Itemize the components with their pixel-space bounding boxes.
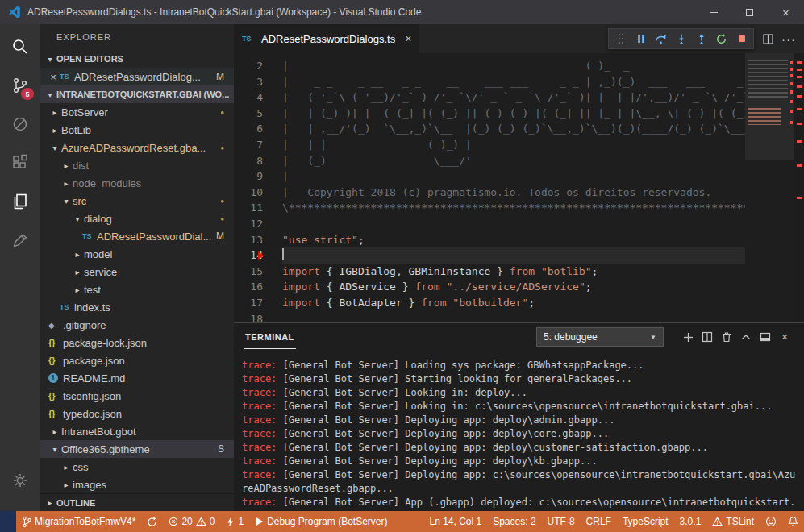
editor-tab-active[interactable]: TS ADResetPasswordDialogs.ts × [234,24,419,53]
line-number[interactable]: 6 [234,121,263,137]
editor-gutter[interactable]: 23456789101112131415161718 [234,53,273,322]
settings-gear-icon[interactable] [0,461,40,500]
tree-item[interactable]: ▸model [40,245,234,263]
tree-item[interactable]: ◆.gitignore [40,316,234,334]
minimize-button[interactable] [695,0,731,24]
line-number[interactable]: 10 [234,185,263,201]
ts-file-icon: TS [60,303,74,311]
split-terminal-icon[interactable] [698,327,717,347]
feedback-smiley-icon[interactable] [760,511,782,532]
flash-status[interactable]: 1 [220,511,249,532]
open-editors-header[interactable]: ▾ OPEN EDITORS [40,50,234,68]
tree-item[interactable]: ▾Office365.gbthemeS [40,440,234,458]
debug-stop-button[interactable] [731,30,752,48]
notifications-bell-icon[interactable] [782,511,804,532]
explorer-files-icon[interactable] [0,182,40,221]
close-panel-icon[interactable]: × [775,327,794,347]
toolbar-drag-handle[interactable] [610,30,631,48]
tree-item[interactable]: ▾dialog● [40,210,234,227]
line-number[interactable]: 16 [234,279,263,295]
tree-item[interactable]: ▸service [40,263,234,281]
terminal-output[interactable]: trace: [General Bot Server] Loading sys … [234,351,804,511]
line-number[interactable]: 7 [234,137,263,153]
close-button[interactable]: × [768,0,804,24]
line-number[interactable]: 11 [234,200,263,216]
tree-item[interactable]: ▸BotServer● [40,103,234,121]
minimap[interactable] [745,53,794,322]
overview-ruler[interactable] [794,53,804,322]
line-number[interactable]: 15 [234,264,263,280]
debug-status[interactable]: Debug Program (BotServer) [249,511,393,532]
tree-item[interactable]: ▾src● [40,192,234,210]
tree-item[interactable]: {}package.json [40,351,234,369]
git-branch-icon [22,516,31,528]
line-number[interactable]: 14 [234,247,263,264]
tree-item[interactable]: TSADResetPasswordDial...M [40,227,234,245]
more-actions-icon[interactable]: ··· [778,28,799,49]
line-number[interactable]: 13 [234,232,263,248]
encoding-status[interactable]: UTF-8 [542,511,581,532]
chevron-right-icon: ▸ [48,427,61,436]
tree-item[interactable]: ▸test [40,281,234,298]
outline-header[interactable]: ▸ OUTLINE [40,493,234,511]
debug-step-into-button[interactable] [671,30,691,48]
ts-version-status[interactable]: 3.0.1 [674,511,707,532]
tree-item[interactable]: TSindex.ts [40,298,234,316]
tree-item[interactable]: ▸images [40,476,234,493]
tree-item[interactable]: ▾AzureADPasswordReset.gba...● [40,139,234,156]
code-editor[interactable]: 23456789101112131415161718 | ( )_ _ || _… [234,53,804,322]
tree-item-label: IntranetBot.gbot [61,426,136,438]
line-number[interactable]: 18 [234,311,263,323]
extensions-icon[interactable] [0,143,40,182]
tab-close-icon[interactable]: × [405,32,411,45]
sync-status[interactable] [141,511,163,532]
kill-terminal-trash-icon[interactable] [717,327,736,347]
line-number[interactable]: 4 [234,89,263,106]
tree-item[interactable]: {}tsconfig.json [40,387,234,405]
maximize-button[interactable] [731,0,768,24]
indentation-status[interactable]: Spaces: 2 [487,511,541,532]
line-number[interactable]: 8 [234,153,263,169]
tree-item[interactable]: {}package-lock.json [40,334,234,351]
tslint-status[interactable]: TSLint [706,511,760,532]
tree-item[interactable]: {}typedoc.json [40,405,234,422]
code-content[interactable]: | ( )_ _ || _ _ _ __ _ _ __ ___ ___ _ _ … [273,53,745,322]
source-control-icon[interactable]: 5 [0,66,40,105]
git-status-badge: M [216,71,234,82]
terminal-tab[interactable]: TERMINAL [244,325,296,349]
line-number[interactable]: 3 [234,74,263,90]
line-number[interactable]: 9 [234,168,263,185]
git-branch-status[interactable]: MigrationToBotFmwV4* [16,511,141,532]
tree-item[interactable]: ▸dist [40,156,234,174]
tree-item[interactable]: ▸node_modules [40,174,234,192]
eol-status[interactable]: CRLF [581,511,617,532]
line-number[interactable]: 5 [234,106,263,122]
tree-item[interactable]: ▸IntranetBot.gbot [40,422,234,440]
line-number[interactable]: 17 [234,295,263,311]
problems-status[interactable]: 20 0 [163,511,220,532]
circle-slash-icon[interactable] [0,105,40,143]
open-editors-list: ×TSADResetPasswordDialog...M [40,68,234,85]
line-number[interactable]: 2 [234,58,263,74]
cursor-position-status[interactable]: Ln 14, Col 1 [423,511,487,532]
tree-item[interactable]: ▸BotLib [40,121,234,139]
debug-step-out-button[interactable] [691,30,711,48]
debug-restart-button[interactable] [711,30,731,48]
tree-item-label: test [84,284,101,296]
debug-pause-button[interactable] [631,30,651,48]
tree-item[interactable]: iREADME.md [40,369,234,387]
line-number[interactable]: 12 [234,216,263,232]
tree-item[interactable]: ▸css [40,458,234,476]
language-status[interactable]: TypeScript [617,511,674,532]
search-icon[interactable] [0,27,40,66]
maximize-panel-chevron-icon[interactable] [736,327,756,347]
split-editor-icon[interactable] [757,28,778,49]
open-editor-item[interactable]: ×TSADResetPasswordDialog...M [40,68,234,85]
toggle-panel-icon[interactable] [756,327,775,347]
terminal-selector[interactable]: 5: debuggee ▼ [536,327,664,347]
debug-step-over-button[interactable] [651,30,671,48]
close-editor-icon[interactable]: × [47,71,60,83]
new-terminal-icon[interactable] [678,327,698,347]
workspace-header[interactable]: ▾ INTRANETBOTQUICKSTART.GBAI (WO... [40,85,234,103]
edit-pencil-icon[interactable] [0,221,40,260]
